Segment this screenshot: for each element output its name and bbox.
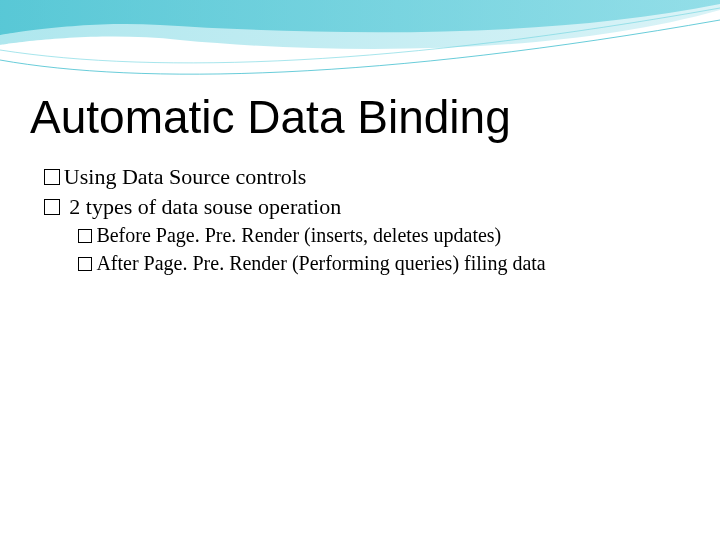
bullet-item: 2 types of data souse operation Before P…: [44, 192, 690, 278]
square-bullet-icon: [78, 257, 92, 271]
slide-body: Automatic Data Binding Using Data Source…: [0, 90, 720, 277]
slide-title: Automatic Data Binding: [30, 90, 690, 144]
square-bullet-icon: [44, 199, 60, 215]
bullet-item: Using Data Source controls: [44, 162, 690, 192]
square-bullet-icon: [78, 229, 92, 243]
square-bullet-icon: [44, 169, 60, 185]
sub-bullet-item: After Page. Pre. Render (Performing quer…: [78, 249, 690, 277]
sub-bullet-item: Before Page. Pre. Render (inserts, delet…: [78, 221, 690, 249]
